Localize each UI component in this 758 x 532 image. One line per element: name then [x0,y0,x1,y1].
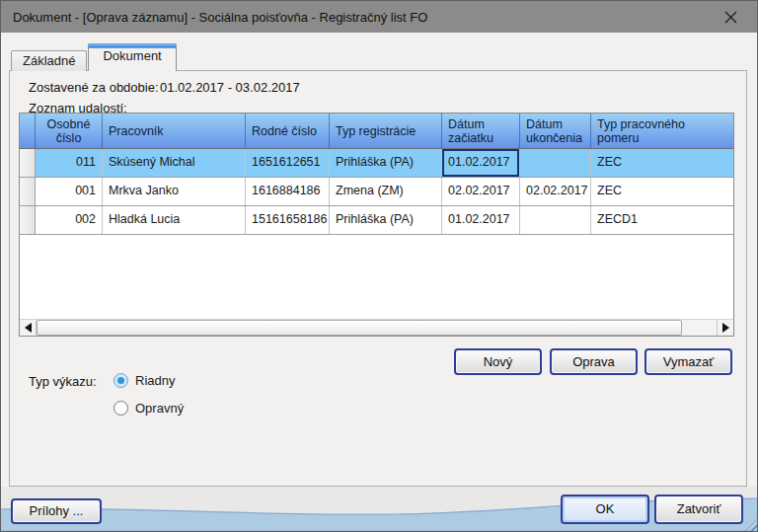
report-type-label: Typ výkazu: [29,374,97,389]
col-header-rodne-cislo: Rodné číslo [246,114,330,148]
dialog-window: Dokument - [Oprava záznamu] - Sociálna p… [0,0,758,532]
radio-opravny[interactable]: Opravný [114,400,184,416]
title-bar: Dokument - [Oprava záznamu] - Sociálna p… [1,1,757,33]
grid-empty-area [20,235,733,319]
cell-typ-pracovneho-pomeru: ZECD1 [591,206,733,234]
table-row[interactable]: 001 Mrkva Janko 1616884186 Zmena (ZM) 02… [20,178,733,206]
cell-pracovnik: Mrkva Janko [103,178,246,205]
period-value: 01.02.2017 - 03.02.2017 [160,80,300,95]
col-header-typ-pracovneho-pomeru: Typ pracovného pomeru [591,114,733,148]
table-row[interactable]: 011 Skúsený Michal 1651612651 Prihláška … [20,149,733,178]
close-button[interactable] [716,4,745,30]
cell-osobne-cislo: 002 [36,206,103,234]
grid-header: Osobné číslo Pracovník Rodné číslo Typ r… [20,114,733,149]
cell-rodne-cislo: 1616884186 [246,178,330,205]
edit-button[interactable]: Oprava [550,348,638,375]
period-label: Zostavené za obdobie: [29,80,159,95]
horizontal-scrollbar[interactable] [20,319,733,336]
close-dialog-button[interactable]: Zatvoriť [654,494,743,524]
ok-button[interactable]: OK [561,494,649,524]
cell-typ-pracovneho-pomeru: ZEC [591,149,733,177]
cell-osobne-cislo: 001 [36,178,103,205]
active-tab-accent [88,43,176,48]
row-selector-header [20,114,36,148]
cell-typ-registracie: Prihláška (PA) [330,206,442,234]
row-selector-cell [20,149,36,177]
scroll-right-icon [722,323,729,333]
close-icon [724,11,737,24]
tab-dokument[interactable]: Dokument [88,43,176,71]
events-grid: Osobné číslo Pracovník Rodné číslo Typ r… [19,113,734,337]
col-header-datum-ukoncenia: Dátum ukončenia [520,114,591,148]
tab-dokument-label: Dokument [103,48,161,63]
cell-pracovnik: Hladká Lucia [103,206,246,234]
row-selector-cell [20,178,36,205]
row-selector-cell [20,206,36,234]
cell-datum-ukoncenia [520,206,591,234]
col-header-pracovnik: Pracovník [103,114,246,148]
cell-rodne-cislo: 15161658186 [246,206,330,234]
cell-osobne-cislo: 011 [36,149,103,177]
col-header-typ-registracie: Typ registrácie [330,114,442,148]
cell-typ-registracie: Prihláška (PA) [330,149,442,177]
cell-typ-pracovneho-pomeru: ZEC [591,178,733,205]
tab-zakladne-label: Základné [23,53,75,68]
radio-riadny-icon [114,373,128,388]
scrollbar-thumb[interactable] [37,320,682,336]
table-row[interactable]: 002 Hladká Lucia 15161658186 Prihláška (… [20,206,733,235]
window-title: Dokument - [Oprava záznamu] - Sociálna p… [13,10,716,25]
attachments-button[interactable]: Prílohy ... [11,498,102,524]
cell-datum-ukoncenia [520,149,591,177]
cell-typ-registracie: Zmena (ZM) [330,178,442,205]
scroll-left-button[interactable] [20,320,37,336]
tab-strip: Základné Dokument [11,44,178,71]
col-header-datum-zaciatku: Dátum začiatku [442,114,520,148]
radio-opravny-label: Opravný [135,401,184,416]
scroll-right-button[interactable] [717,320,733,336]
cell-datum-zaciatku: 02.02.2017 [442,178,520,205]
new-button[interactable]: Nový [454,348,542,375]
radio-riadny[interactable]: Riadny [114,372,175,388]
scroll-left-icon [25,323,32,333]
col-header-osobne-cislo: Osobné číslo [36,114,103,148]
cell-datum-zaciatku: 01.02.2017 [442,206,520,234]
footer-bar: Prílohy ... OK Zatvoriť [1,487,758,532]
cell-pracovnik: Skúsený Michal [103,149,246,177]
radio-opravny-icon [114,401,128,416]
cell-datum-ukoncenia: 02.02.2017 [520,178,591,205]
radio-riadny-label: Riadny [135,373,175,388]
delete-button[interactable]: Vymazať [644,348,732,375]
tab-zakladne[interactable]: Základné [11,50,87,71]
grid-body: 011 Skúsený Michal 1651612651 Prihláška … [20,149,733,235]
cell-datum-zaciatku: 01.02.2017 [442,149,520,177]
cell-rodne-cislo: 1651612651 [246,149,330,177]
tab-page-dokument: Zostavené za obdobie: 01.02.2017 - 03.02… [9,70,747,487]
